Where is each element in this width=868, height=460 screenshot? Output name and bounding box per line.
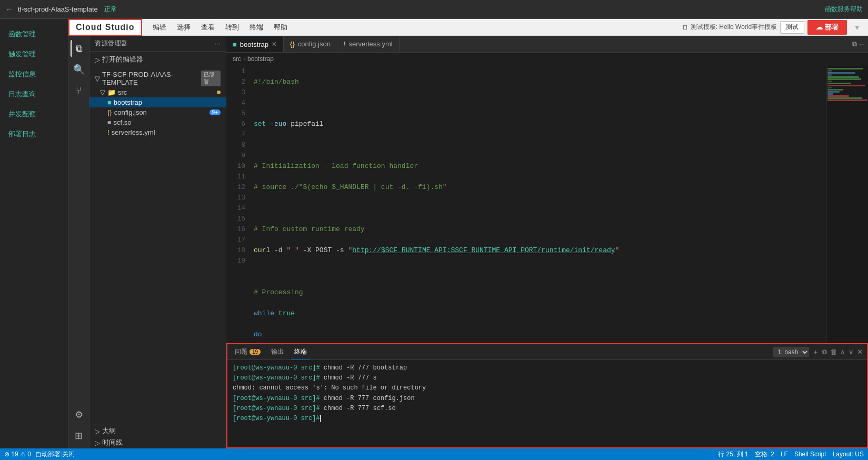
minimize-terminal-icon[interactable]: ∧ bbox=[840, 348, 845, 356]
back-arrow-icon[interactable]: ← bbox=[5, 5, 14, 14]
status-encoding[interactable]: LF bbox=[781, 451, 788, 458]
split-editor-icon[interactable]: ⧉ bbox=[852, 40, 857, 48]
sidebar-item-concurrency[interactable]: 并发配额 bbox=[0, 104, 68, 124]
bootstrap-file-label: bootstrap bbox=[114, 98, 142, 106]
status-spaces[interactable]: 空格: 2 bbox=[755, 450, 774, 459]
menu-item-select[interactable]: 选择 bbox=[172, 19, 196, 36]
sidebar-file-scf-so[interactable]: ≡ scf.so bbox=[89, 117, 226, 127]
ide-body: ⧉ 🔍 ⑂ ⚙ ⊞ 资源管理器 ··· ▷ 打开的编辑器 bbox=[68, 36, 868, 448]
terminal-content[interactable]: [root@ws-ywnauu-0 src]# chmod -R 777 boo… bbox=[227, 360, 867, 447]
help-link[interactable]: 函数服务帮助 bbox=[825, 5, 863, 14]
activity-settings-icon[interactable]: ⚙ bbox=[71, 406, 87, 423]
project-name: tf-scf-prod-AlaaS-template bbox=[18, 5, 98, 13]
tab-bootstrap-label: bootstrap bbox=[240, 41, 268, 48]
sidebar-file-config-json[interactable]: {} config.json 9+ bbox=[89, 107, 226, 117]
tab-serverless-label: serverless.yml bbox=[349, 40, 393, 48]
breadcrumb-bootstrap[interactable]: bootstrap bbox=[247, 55, 274, 63]
terminal-label: 终端 bbox=[294, 347, 307, 356]
tab-bootstrap[interactable]: ■ bootstrap ✕ bbox=[226, 36, 284, 53]
menu-item-goto[interactable]: 转到 bbox=[220, 19, 244, 36]
tab-config-json[interactable]: {} config.json bbox=[284, 36, 337, 53]
breadcrumb-src[interactable]: src bbox=[233, 55, 241, 63]
deploy-icon: ☁ bbox=[816, 23, 823, 31]
sidebar-project-header[interactable]: ▽ TF-SCF-PROD-AIAAS-TEMPLATE 已部署 bbox=[89, 69, 226, 87]
deploy-dropdown-arrow[interactable]: ▼ bbox=[850, 23, 864, 32]
sidebar-item-deploy-log[interactable]: 部署日志 bbox=[0, 124, 68, 144]
term-line-4: [root@ws-ywnauu-0 src]# chmod -R 777 con… bbox=[233, 394, 862, 404]
menu-bar-right: 🗒 测试模板: Hello World事件模板 测试 ☁ 部署 ▼ bbox=[682, 20, 868, 35]
menu-item-help[interactable]: 帮助 bbox=[268, 19, 293, 36]
status-auto-deploy[interactable]: 自动部署:关闭 bbox=[35, 450, 75, 459]
sidebar-src-folder[interactable]: ▽ 📁 src bbox=[89, 87, 226, 97]
menu-item-view[interactable]: 查看 bbox=[196, 19, 220, 36]
status-position[interactable]: 行 25, 列 1 bbox=[718, 450, 748, 459]
sidebar-outline-header[interactable]: ▷ 大纲 bbox=[89, 425, 226, 437]
close-terminal-icon[interactable]: ✕ bbox=[857, 348, 863, 356]
status-layout[interactable]: Layout: US bbox=[833, 451, 864, 458]
shell-selector[interactable]: 1: bash bbox=[773, 347, 809, 357]
output-label: 输出 bbox=[271, 347, 284, 356]
template-icon: 🗒 bbox=[682, 24, 689, 31]
top-bar: ← tf-scf-prod-AlaaS-template 正常 函数服务帮助 bbox=[0, 0, 868, 19]
tab-serverless-yml[interactable]: ! serverless.yml bbox=[337, 36, 400, 53]
activity-extensions-icon[interactable]: ⊞ bbox=[71, 427, 87, 444]
tab-terminal[interactable]: 终端 bbox=[291, 344, 310, 360]
term-line-2: [root@ws-ywnauu-0 src]# chmod -R 777 s bbox=[233, 373, 862, 383]
activity-bottom: ⚙ ⊞ bbox=[71, 406, 87, 444]
open-editors-label: 打开的编辑器 bbox=[102, 55, 143, 64]
sidebar-timeline-header[interactable]: ▷ 时间线 bbox=[89, 437, 226, 448]
status-bar-right: 行 25, 列 1 空格: 2 LF Shell Script Layout: … bbox=[718, 450, 864, 459]
timeline-label: 时间线 bbox=[102, 438, 123, 447]
status-bar: ⊗ 19 ⚠ 0 自动部署:关闭 行 25, 列 1 空格: 2 LF Shel… bbox=[0, 448, 868, 460]
tab-bootstrap-close[interactable]: ✕ bbox=[272, 41, 277, 48]
sidebar-file-bootstrap[interactable]: ■ bootstrap bbox=[89, 97, 226, 107]
tab-problems[interactable]: 问题 19 bbox=[232, 344, 264, 360]
status-language[interactable]: Shell Script bbox=[794, 451, 826, 458]
lib-file-icon: ≡ bbox=[107, 118, 112, 126]
sidebar-item-monitor[interactable]: 监控信息 bbox=[0, 64, 68, 84]
terminal-tabs: 问题 19 输出 终端 1: bash bbox=[227, 344, 867, 360]
tab-output[interactable]: 输出 bbox=[268, 344, 287, 360]
menu-item-terminal[interactable]: 终端 bbox=[244, 19, 268, 36]
split-terminal-icon[interactable]: ⧉ bbox=[822, 348, 827, 356]
more-tabs-icon[interactable]: ··· bbox=[859, 40, 865, 48]
sidebar-open-editors-section: ▷ 打开的编辑器 bbox=[89, 52, 226, 67]
test-button[interactable]: 测试 bbox=[780, 21, 804, 34]
code-content[interactable]: #!/bin/bash set -euo pipefail # Initiali… bbox=[250, 65, 826, 343]
activity-git-icon[interactable]: ⑂ bbox=[71, 82, 87, 99]
add-terminal-icon[interactable]: ＋ bbox=[812, 347, 819, 357]
tabs-bar: ■ bootstrap ✕ {} config.json ! serverles… bbox=[226, 36, 868, 53]
chevron-down-icon-src: ▽ bbox=[100, 88, 105, 96]
serverless-yml-label: serverless.yml bbox=[112, 128, 155, 136]
sidebar-panel: 资源管理器 ··· ▷ 打开的编辑器 ▽ TF-SCF-PROD-AIAAS-T… bbox=[89, 36, 226, 448]
delete-terminal-icon[interactable]: 🗑 bbox=[830, 348, 837, 356]
sidebar-open-editors-header[interactable]: ▷ 打开的编辑器 bbox=[89, 54, 226, 65]
code-editor[interactable]: 1 2 3 4 5 6 7 8 9 10 11 bbox=[226, 65, 826, 343]
menu-item-edit[interactable]: 编辑 bbox=[147, 19, 172, 36]
breadcrumb: src › bootstrap bbox=[226, 53, 868, 65]
breadcrumb-sep: › bbox=[243, 55, 245, 63]
status-errors[interactable]: ⊗ 19 ⚠ 0 bbox=[4, 451, 31, 458]
terminal-actions: 1: bash ＋ ⧉ 🗑 ∧ ∨ ✕ bbox=[773, 347, 863, 357]
sidebar-item-function-management[interactable]: 函数管理 bbox=[0, 24, 68, 44]
sidebar-item-log-query[interactable]: 日志查询 bbox=[0, 84, 68, 104]
json-file-icon: {} bbox=[107, 108, 112, 116]
outline-label: 大纲 bbox=[102, 426, 116, 436]
top-bar-left: ← tf-scf-prod-AlaaS-template 正常 bbox=[5, 5, 117, 14]
deploy-button[interactable]: ☁ 部署 bbox=[807, 20, 847, 35]
scf-so-label: scf.so bbox=[114, 118, 132, 126]
maximize-terminal-icon[interactable]: ∨ bbox=[849, 348, 854, 356]
line-numbers: 1 2 3 4 5 6 7 8 9 10 11 bbox=[226, 65, 250, 343]
main-container: 函数管理 触发管理 监控信息 日志查询 并发配额 部署日志 Cloud Stud… bbox=[0, 19, 868, 448]
activity-search-icon[interactable]: 🔍 bbox=[71, 61, 87, 78]
project-folder-label: TF-SCF-PROD-AIAAS-TEMPLATE bbox=[102, 71, 197, 86]
tab-config-label: config.json bbox=[298, 40, 331, 48]
activity-explorer-icon[interactable]: ⧉ bbox=[71, 40, 87, 57]
src-folder-label: src bbox=[118, 88, 127, 96]
config-badge: 9+ bbox=[209, 109, 221, 115]
sidebar-item-trigger-management[interactable]: 触发管理 bbox=[0, 44, 68, 64]
problems-badge: 19 bbox=[250, 349, 261, 355]
sidebar-file-serverless-yml[interactable]: ! serverless.yml bbox=[89, 127, 226, 137]
sidebar-more-icon[interactable]: ··· bbox=[214, 40, 221, 47]
term-line-1: [root@ws-ywnauu-0 src]# chmod -R 777 boo… bbox=[233, 363, 862, 373]
